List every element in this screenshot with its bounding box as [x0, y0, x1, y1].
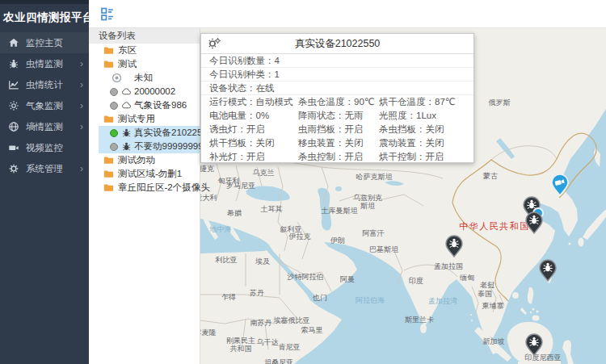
popup-grid-cell: 烘干挡板：关闭 — [209, 136, 275, 150]
popup-stat-row: 设备状态：在线 — [201, 82, 473, 95]
folder-label: 测试区域-勿删1 — [118, 167, 182, 181]
popup-grid-row: 补光灯：开启杀虫控制：开启烘干控制：开启 — [201, 150, 473, 164]
popup-grid-cell: 诱虫灯：开启 — [209, 123, 265, 136]
sidebar-item-label: 视频监控 — [26, 137, 63, 158]
folder-label: 测试勿动 — [118, 153, 155, 167]
sidebar-menu: 监控主页虫情监测›虫情统计›气象监测›墒情监测›视频监控系统管理› — [0, 32, 89, 179]
folder-icon — [103, 45, 114, 56]
sidebar-item-label: 监控主页 — [26, 32, 63, 53]
folder-label: 章丘阳丘区-2个摄像头 — [118, 181, 210, 195]
folder-icon — [103, 114, 114, 124]
chevron-right-icon: › — [80, 116, 83, 137]
popup-title: 真实设备21022550 — [201, 34, 473, 54]
chart-icon — [8, 79, 19, 90]
tree-device-row[interactable]: 不要动99999999 — [89, 140, 200, 153]
insect-device-marker-pin[interactable] — [539, 259, 557, 282]
folder-label: 东区 — [118, 44, 137, 57]
settings-gears-icon[interactable] — [208, 37, 221, 50]
device-list-header: 设备列表 — [89, 28, 200, 44]
popup-stat-row: 今日识别数量：4 — [201, 54, 473, 68]
popup-stat-row: 今日识别种类：1 — [201, 68, 473, 82]
app-title: 农业四情测报平台 — [0, 4, 89, 31]
popup-grid-cell: 震动装置：关闭 — [379, 136, 444, 150]
sidebar-item-system-admin[interactable]: 系统管理› — [0, 158, 89, 179]
chevron-right-icon: › — [80, 74, 83, 95]
device-label: 不要动99999999 — [134, 140, 204, 153]
sidebar-item-label: 墒情监测 — [26, 116, 63, 137]
folder-icon — [103, 169, 114, 179]
popup-header: 真实设备21022550 — [201, 34, 473, 54]
insect-device-marker-pin[interactable] — [525, 333, 543, 356]
app-window: 俄罗斯蒙古哈萨克斯坦捷克乌克兰匈牙利罗马尼亚意大利希腊土耳其土库曼斯坦乌兹别克 … — [0, 0, 606, 364]
popup-grid-cell: 杀虫仓温度：90℃ — [298, 95, 375, 109]
popup-grid-row: 运行模式：自动模式杀虫仓温度：90℃烘干仓温度：87℃ — [201, 95, 473, 109]
folder-label: 测试专用 — [118, 112, 155, 126]
insect-device-icon — [121, 128, 132, 138]
chevron-right-icon: › — [80, 95, 83, 116]
tree-device-row[interactable]: 未知 — [89, 71, 200, 85]
tree-folder-row[interactable]: 测试专用 — [89, 112, 200, 126]
device-label: 20000002 — [134, 85, 175, 98]
sidebar-item-insect-stats[interactable]: 虫情统计› — [0, 74, 89, 95]
tree-device-row[interactable]: 20000002 — [89, 85, 200, 98]
sidebar-item-monitor-home[interactable]: 监控主页 — [0, 32, 89, 53]
popup-grid-cell: 补光灯：开启 — [209, 150, 265, 164]
weather-icon — [8, 100, 19, 111]
sidebar-item-insect-monitor[interactable]: 虫情监测› — [0, 53, 89, 74]
popup-grid-cell: 光照度：1Lux — [379, 109, 436, 123]
gear-icon — [8, 163, 19, 174]
popup-grid: 运行模式：自动模式杀虫仓温度：90℃烘干仓温度：87℃电池电量：0%降雨状态：无… — [201, 95, 473, 164]
sidebar-item-label: 虫情统计 — [26, 74, 63, 95]
sidebar-item-weather-monitor[interactable]: 气象监测› — [0, 95, 89, 116]
tree-device-row[interactable]: 真实设备21022550 — [89, 126, 200, 140]
tree-folder-row[interactable]: 测试勿动 — [89, 153, 200, 167]
sidebar-item-label: 气象监测 — [26, 95, 63, 116]
device-label: 未知 — [134, 71, 153, 85]
device-list-panel: 设备列表 东区测试未知20000002气象设备986测试专用真实设备210225… — [89, 28, 200, 364]
sidebar-item-label: 虫情监测 — [26, 53, 63, 74]
tree-folder-row[interactable]: 东区 — [89, 44, 200, 57]
device-label: 气象设备986 — [134, 98, 187, 112]
weather-device-icon — [121, 86, 132, 97]
status-dot-offline — [110, 88, 118, 96]
insect-device-marker-pin[interactable] — [525, 211, 543, 234]
sidebar-item-label: 系统管理 — [26, 158, 63, 179]
folder-icon — [103, 155, 114, 165]
chevron-right-icon: › — [80, 53, 83, 74]
folder-label: 测试 — [118, 57, 137, 71]
sidebar: 农业四情测报平台 监控主页虫情监测›虫情统计›气象监测›墒情监测›视频监控系统管… — [0, 0, 89, 364]
sidebar-item-soil-monitor[interactable]: 墒情监测› — [0, 116, 89, 137]
folder-icon — [103, 59, 114, 69]
sidebar-item-video-monitor[interactable]: 视频监控 — [0, 137, 89, 158]
weather-device-icon — [121, 100, 132, 111]
folder-icon — [103, 182, 114, 193]
tree-folder-row[interactable]: 测试 — [89, 57, 200, 71]
status-dot-offline — [110, 102, 118, 110]
video-icon — [8, 142, 19, 153]
topbar — [89, 0, 606, 28]
bug-icon — [8, 58, 19, 69]
status-dot-offline — [110, 143, 118, 151]
chevron-right-icon: › — [80, 158, 83, 179]
status-dot-online — [110, 129, 118, 137]
radio-icon — [112, 73, 122, 83]
soil-icon — [8, 121, 19, 132]
popup-grid-row: 烘干挡板：关闭移虫装置：关闭震动装置：关闭 — [201, 136, 473, 150]
popup-grid-row: 诱虫灯：开启虫雨挡板：开启杀虫挡板：关闭 — [201, 123, 473, 136]
insect-device-marker-pin[interactable] — [445, 235, 463, 257]
popup-grid-cell: 烘干控制：开启 — [379, 150, 444, 164]
popup-grid-cell: 烘干仓温度：87℃ — [379, 95, 456, 109]
tree-device-row[interactable]: 气象设备986 — [89, 98, 200, 112]
tree-view-icon[interactable] — [100, 6, 115, 21]
device-info-popup: 真实设备21022550 今日识别数量：4今日识别种类：1设备状态：在线 运行模… — [200, 33, 474, 163]
popup-grid-cell: 杀虫挡板：关闭 — [379, 123, 444, 136]
popup-grid-cell: 移虫装置：关闭 — [298, 136, 364, 150]
popup-stats: 今日识别数量：4今日识别种类：1设备状态：在线 — [201, 54, 473, 95]
tree-folder-row[interactable]: 测试区域-勿删1 — [89, 167, 200, 181]
popup-grid-cell: 运行模式：自动模式 — [209, 95, 293, 109]
insect-device-icon — [121, 141, 132, 152]
camera-device-marker-pin[interactable] — [551, 174, 569, 196]
popup-grid-cell: 降雨状态：无雨 — [298, 109, 364, 123]
tree-folder-row[interactable]: 章丘阳丘区-2个摄像头 — [89, 181, 200, 195]
home-icon — [8, 37, 19, 48]
